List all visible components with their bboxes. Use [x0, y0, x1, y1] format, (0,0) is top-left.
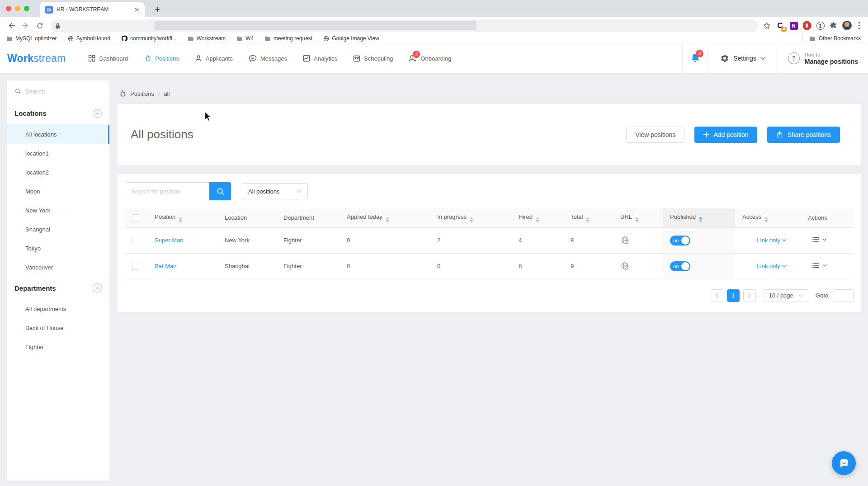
extensions-puzzle-icon[interactable] — [830, 22, 837, 29]
col-hired[interactable]: Hired — [511, 208, 563, 227]
adblock-extension-icon[interactable] — [803, 21, 811, 30]
position-url-globe-icon[interactable] — [620, 236, 630, 245]
sidebar-item-moon[interactable]: Moon — [7, 182, 109, 201]
browser-menu-icon[interactable] — [857, 22, 862, 29]
add-department-icon[interactable] — [92, 283, 102, 293]
sidebar-item-all-locations[interactable]: All locations — [7, 125, 109, 144]
workstream-logo[interactable]: Workstream — [7, 52, 66, 65]
sidebar-search[interactable] — [7, 80, 109, 102]
add-location-icon[interactable] — [92, 109, 102, 118]
app-header: Workstream Dashboard Positions Applicant… — [0, 43, 868, 74]
sidebar-search-input[interactable] — [25, 88, 102, 95]
view-positions-button[interactable]: View positions — [626, 127, 684, 143]
sort-icon-active[interactable] — [699, 217, 703, 222]
bookmark-item[interactable]: meeting request — [264, 35, 312, 42]
col-url[interactable]: URL — [613, 208, 663, 227]
notifications-button[interactable]: 6 — [682, 43, 708, 73]
settings-menu[interactable]: Settings — [708, 43, 778, 73]
profile-avatar[interactable] — [842, 21, 852, 30]
header-right: 6 Settings ? How to Manage positions — [682, 43, 868, 73]
sidebar-item-new-york[interactable]: New York — [7, 201, 109, 220]
col-in-progress[interactable]: In progress — [430, 208, 511, 227]
row-checkbox[interactable] — [132, 263, 139, 270]
one-extension-icon[interactable]: 1 — [816, 22, 825, 30]
bookmark-item[interactable]: Workstream — [188, 35, 226, 42]
access-dropdown[interactable]: Link only — [757, 237, 786, 244]
sidebar-item-vancouver[interactable]: Vancouver — [7, 258, 109, 277]
row-actions-menu[interactable] — [811, 236, 827, 243]
window-minimize-button[interactable] — [15, 6, 20, 11]
col-total[interactable]: Total — [563, 208, 613, 227]
sidebar-item-shanghai[interactable]: Shanghai — [7, 220, 109, 239]
position-link[interactable]: Super Man — [155, 237, 184, 244]
nav-item-messages[interactable]: Messages — [249, 55, 287, 62]
sort-icon[interactable] — [470, 217, 473, 222]
sort-icon[interactable] — [179, 217, 182, 222]
position-search-input[interactable] — [125, 182, 209, 200]
forward-button[interactable] — [19, 19, 32, 32]
sidebar-item-all-departments[interactable]: All departments — [7, 299, 109, 318]
browser-tab[interactable]: HR - WORKSTREAM — [40, 2, 145, 17]
back-button[interactable] — [5, 19, 17, 32]
browser-tab-strip: HR - WORKSTREAM — [0, 0, 868, 17]
bookmark-star-icon[interactable] — [763, 22, 771, 30]
select-all-checkbox[interactable] — [132, 214, 139, 222]
nav-item-dashboard[interactable]: Dashboard — [88, 55, 128, 62]
add-position-button[interactable]: Add position — [694, 127, 757, 143]
dashboard-icon — [88, 55, 95, 62]
col-position[interactable]: Position — [147, 208, 217, 227]
window-zoom-button[interactable] — [24, 6, 29, 11]
page-number-button[interactable]: 1 — [727, 289, 740, 302]
other-bookmarks[interactable]: Other Bookmarks — [802, 35, 861, 42]
chat-launcher-button[interactable] — [832, 451, 856, 475]
positions-filter-select[interactable]: All positions — [242, 183, 308, 199]
nav-item-positions[interactable]: Positions — [144, 55, 179, 62]
plus-icon — [703, 132, 709, 137]
search-icon — [15, 88, 21, 94]
sidebar-item-tokyo[interactable]: Tokyo — [7, 239, 109, 258]
position-link[interactable]: Bat Man — [155, 263, 176, 269]
sort-icon[interactable] — [536, 217, 539, 222]
nav-item-onboarding[interactable]: 2 Onboarding — [409, 55, 451, 62]
row-actions-menu[interactable] — [811, 262, 827, 269]
sort-icon[interactable] — [635, 217, 639, 222]
published-toggle[interactable]: on — [670, 261, 690, 271]
reload-button[interactable] — [33, 19, 46, 32]
col-applied-today[interactable]: Applied today — [340, 208, 430, 227]
bookmark-item[interactable]: SymbolHound — [68, 35, 110, 42]
new-tab-button[interactable] — [151, 3, 164, 16]
onenote-extension-icon[interactable]: N — [790, 22, 798, 30]
tab-close-icon[interactable] — [133, 6, 140, 13]
bookmark-item[interactable]: MySQL optimizer — [6, 35, 57, 42]
share-positions-button[interactable]: Share positions — [767, 127, 840, 143]
nav-item-applicants[interactable]: Applicants — [195, 55, 233, 62]
position-url-globe-icon[interactable] — [620, 261, 630, 271]
access-dropdown[interactable]: Link only — [757, 263, 786, 269]
prev-page-button[interactable] — [711, 289, 723, 302]
sort-icon[interactable] — [386, 217, 389, 222]
col-access[interactable]: Access — [735, 208, 801, 227]
nav-item-scheduling[interactable]: Scheduling — [353, 55, 393, 62]
sidebar-item-fighter[interactable]: Fighter — [7, 337, 109, 356]
sort-icon[interactable] — [586, 217, 590, 222]
sort-icon[interactable] — [764, 217, 768, 222]
next-page-button[interactable] — [743, 289, 756, 302]
help-manage-positions[interactable]: ? How to Manage positions — [778, 43, 868, 73]
address-bar[interactable] — [51, 19, 758, 32]
sidebar-item-location2[interactable]: location2 — [7, 163, 109, 182]
nav-item-analytics[interactable]: Analytics — [303, 55, 337, 62]
goto-page-input[interactable] — [833, 289, 854, 302]
breadcrumb-root[interactable]: Positions — [130, 90, 154, 97]
sidebar-item-location1[interactable]: location1 — [7, 144, 109, 163]
col-published[interactable]: Published — [663, 208, 735, 227]
sidebar-item-back-of-house[interactable]: Back of House — [7, 318, 109, 337]
published-toggle[interactable]: on — [670, 236, 690, 245]
extension-c-icon[interactable]: C 4 — [776, 21, 785, 30]
position-search-button[interactable] — [209, 182, 231, 200]
bookmark-item[interactable]: community/workfl... — [121, 35, 177, 42]
row-checkbox[interactable] — [132, 237, 139, 244]
window-close-button[interactable] — [6, 6, 11, 11]
bookmark-item[interactable]: Goolge Image View — [323, 35, 379, 42]
bookmark-item[interactable]: W4 — [236, 35, 254, 42]
page-size-select[interactable]: 10 / page — [764, 289, 808, 302]
